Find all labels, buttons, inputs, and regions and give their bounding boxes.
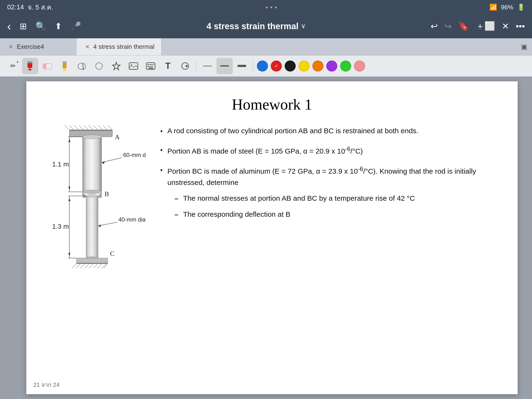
bullet-text-3: Portion BC is made of aluminum (E = 72 G… bbox=[167, 164, 499, 222]
color-check: ✓ bbox=[274, 63, 279, 69]
status-right: 📶 96% 🔋 bbox=[489, 4, 525, 11]
page-sidebar-left bbox=[0, 76, 26, 399]
battery-label: 96% bbox=[501, 4, 513, 11]
circle-select-icon bbox=[94, 61, 104, 71]
eraser-button[interactable] bbox=[39, 58, 56, 74]
tab-close-stress[interactable]: ✕ bbox=[85, 44, 89, 50]
line-thick-indicator bbox=[238, 65, 246, 67]
mic-button[interactable]: 🎤 bbox=[70, 21, 81, 31]
bullet-item-3: • Portion BC is made of aluminum (E = 72… bbox=[160, 164, 499, 222]
svg-line-73 bbox=[98, 222, 117, 226]
svg-line-51 bbox=[85, 263, 89, 268]
color-yellow-button[interactable] bbox=[298, 61, 310, 71]
page-sidebar-right bbox=[518, 76, 532, 399]
document-title: Homework 1 bbox=[45, 96, 499, 113]
star-shape-button[interactable] bbox=[108, 58, 124, 74]
line-thin-button[interactable] bbox=[199, 58, 215, 74]
svg-line-32 bbox=[93, 125, 98, 130]
share-button[interactable]: ⬆ bbox=[55, 21, 62, 31]
svg-rect-4 bbox=[43, 64, 46, 69]
svg-line-49 bbox=[76, 263, 81, 268]
text-content: • A rod consisting of two cylindrical po… bbox=[160, 125, 499, 230]
undo-button[interactable]: ↩ bbox=[431, 21, 438, 31]
smart-pen-button[interactable]: ✏ ✦ bbox=[5, 58, 21, 74]
sub-text-2: The corresponding deflection at B bbox=[183, 209, 290, 220]
pencil-icon bbox=[61, 61, 68, 71]
tab-exercise4[interactable]: ✕ Exercise4 bbox=[0, 38, 76, 55]
nav-bar: ‹ ⊞ 🔍 ⬆ 🎤 4 stress strain thermal ∨ ↩ ↪ … bbox=[0, 14, 532, 38]
svg-marker-6 bbox=[63, 68, 66, 71]
pen-button[interactable] bbox=[22, 58, 38, 74]
svg-marker-74 bbox=[98, 224, 101, 227]
svg-marker-10 bbox=[112, 62, 120, 70]
text-button[interactable]: T bbox=[160, 58, 176, 74]
status-time: 02:14 bbox=[7, 3, 24, 11]
color-orange-button[interactable] bbox=[312, 61, 323, 71]
sticker-icon bbox=[180, 61, 190, 71]
svg-rect-46 bbox=[76, 258, 108, 263]
color-green-button[interactable] bbox=[340, 61, 351, 71]
svg-point-44 bbox=[86, 195, 98, 197]
svg-rect-17 bbox=[153, 64, 154, 65]
grid-view-button[interactable]: ⊞ bbox=[20, 21, 27, 31]
svg-rect-16 bbox=[152, 64, 153, 65]
bullet-text-3-main: Portion BC is made of aluminum (E = 72 G… bbox=[167, 167, 476, 186]
sub-dash-2: – bbox=[175, 209, 178, 220]
tab-grid-icon[interactable]: ▣ bbox=[521, 43, 527, 51]
circle-select-button[interactable] bbox=[91, 58, 107, 74]
svg-marker-1 bbox=[28, 68, 32, 70]
color-black-button[interactable] bbox=[285, 61, 296, 71]
line-thin-indicator bbox=[203, 66, 212, 66]
bluetooth-icon: ✦ bbox=[16, 60, 19, 64]
line-thick-button[interactable] bbox=[234, 58, 250, 74]
svg-rect-19 bbox=[150, 66, 151, 67]
svg-line-50 bbox=[80, 263, 85, 268]
line-medium-button[interactable] bbox=[216, 58, 233, 74]
svg-line-70 bbox=[102, 158, 122, 162]
svg-line-34 bbox=[103, 125, 108, 130]
svg-text:1.3 m: 1.3 m bbox=[52, 223, 69, 230]
pencil-button[interactable] bbox=[57, 58, 73, 74]
page-number: 21 จาก 24 bbox=[33, 380, 60, 389]
document-title: 4 stress strain thermal bbox=[206, 21, 298, 31]
tab-label-stress: 4 stress strain thermal bbox=[93, 43, 155, 51]
tab-label-exercise4: Exercise4 bbox=[17, 43, 44, 51]
svg-rect-43 bbox=[86, 196, 98, 258]
eraser-icon bbox=[43, 62, 52, 70]
color-purple-button[interactable] bbox=[326, 61, 337, 71]
dropdown-arrow[interactable]: ∨ bbox=[301, 22, 305, 30]
keyboard-icon bbox=[146, 62, 155, 70]
text-icon: T bbox=[165, 61, 171, 71]
keyboard-button[interactable] bbox=[143, 58, 159, 74]
svg-line-31 bbox=[89, 125, 93, 130]
sticker-button[interactable] bbox=[177, 58, 193, 74]
bookmark-button[interactable]: 🔖 bbox=[458, 21, 469, 31]
svg-line-29 bbox=[79, 125, 84, 130]
close-button[interactable]: ✕ bbox=[502, 21, 509, 31]
image-icon bbox=[129, 62, 138, 70]
tab-close-exercise4[interactable]: ✕ bbox=[9, 44, 13, 50]
svg-rect-2 bbox=[27, 61, 32, 63]
svg-marker-61 bbox=[68, 139, 70, 142]
image-button[interactable] bbox=[125, 58, 142, 74]
status-bar: 02:14 จ. 5 ส.ค. ● ● ● 📶 96% 🔋 bbox=[0, 0, 532, 14]
search-button[interactable]: 🔍 bbox=[35, 21, 46, 31]
color-blue-button[interactable] bbox=[257, 61, 268, 71]
bullet-dot-2: • bbox=[160, 145, 163, 157]
tab-stress-strain[interactable]: ✕ 4 stress strain thermal bbox=[76, 38, 161, 55]
add-page-button[interactable]: ＋⬜ bbox=[476, 20, 495, 32]
status-left: 02:14 จ. 5 ส.ค. bbox=[7, 2, 53, 13]
svg-rect-37 bbox=[82, 137, 102, 192]
back-button[interactable]: ‹ bbox=[7, 20, 11, 33]
color-pink-button[interactable] bbox=[354, 61, 365, 71]
lasso-button[interactable] bbox=[74, 58, 90, 74]
svg-text:40-mm diameter: 40-mm diameter bbox=[118, 216, 146, 223]
svg-line-27 bbox=[69, 125, 74, 130]
color-red-button[interactable]: ✓ bbox=[271, 61, 282, 71]
wifi-icon: 📶 bbox=[489, 4, 497, 11]
more-button[interactable]: ••• bbox=[516, 21, 525, 31]
tab-bar: ✕ Exercise4 ✕ 4 stress strain thermal ▣ bbox=[0, 38, 532, 56]
sub-bullet-1: – The normal stresses at portion AB and … bbox=[175, 193, 499, 204]
svg-rect-14 bbox=[148, 64, 149, 65]
redo-button[interactable]: ↪ bbox=[444, 21, 452, 31]
